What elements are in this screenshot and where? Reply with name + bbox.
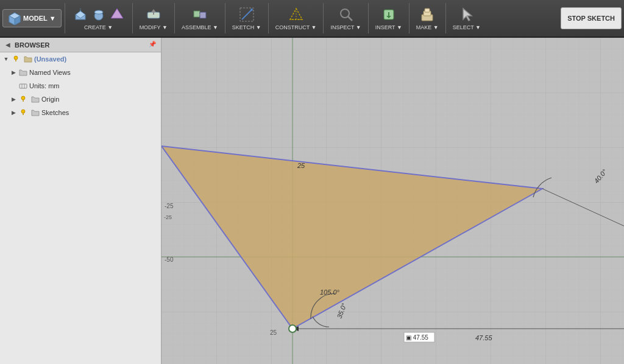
- folder-icon-root: [23, 54, 33, 64]
- separator-8: [409, 3, 410, 33]
- tree-expand-root[interactable]: ▼: [2, 55, 10, 63]
- separator-7: [368, 3, 369, 33]
- browser-panel: ▼ (Unsaved) ▶ Named Views ▶: [0, 52, 161, 364]
- svg-line-23: [348, 16, 352, 21]
- svg-marker-30: [463, 9, 472, 21]
- ruler-label-neg25: -25: [164, 214, 172, 220]
- stop-sketch-label: STOP SKETCH: [567, 15, 615, 22]
- svg-text:40.0°: 40.0°: [592, 167, 608, 184]
- tree-item-sketches[interactable]: ▶ Sketches: [0, 106, 161, 119]
- svg-rect-41: [161, 38, 624, 364]
- tree-item-origin[interactable]: ▶ Origin: [0, 93, 161, 106]
- make-menu[interactable]: MAKE ▼: [413, 1, 442, 36]
- svg-text:47.55: 47.55: [475, 334, 492, 341]
- visibility-icon-origin[interactable]: [18, 94, 28, 104]
- sketch-menu[interactable]: SKETCH ▼: [229, 1, 265, 36]
- assemble-label: ASSEMBLE ▼: [182, 24, 218, 30]
- svg-text:-25: -25: [165, 203, 174, 209]
- tree-label-root: (Unsaved): [34, 55, 66, 63]
- tree-expand-named-views[interactable]: ▶: [10, 69, 17, 76]
- svg-text:-50: -50: [165, 256, 174, 263]
- svg-marker-48: [292, 326, 299, 331]
- svg-rect-59: [404, 332, 434, 342]
- svg-point-22: [341, 9, 349, 18]
- sketch-label: SKETCH ▼: [232, 24, 261, 30]
- construct-menu[interactable]: CONSTRUCT ▼: [272, 1, 321, 36]
- units-icon: [18, 81, 28, 91]
- svg-point-38: [21, 110, 25, 113]
- svg-line-45: [542, 189, 624, 257]
- svg-text:35.0°: 35.0°: [336, 302, 348, 320]
- visibility-icon-root[interactable]: [11, 54, 21, 64]
- svg-rect-33: [20, 84, 27, 88]
- svg-point-8: [94, 10, 103, 14]
- folder-icon-sketches: [30, 108, 40, 117]
- create-label: CREATE ▼: [84, 24, 113, 30]
- svg-text:25: 25: [270, 329, 277, 336]
- svg-point-50: [289, 325, 296, 332]
- make-label: MAKE ▼: [416, 24, 439, 30]
- create-menu[interactable]: CREATE ▼: [68, 1, 129, 36]
- insert-label: INSERT ▼: [375, 24, 402, 30]
- inspect-label: INSPECT ▼: [330, 24, 361, 30]
- visibility-icon-sketches[interactable]: [18, 108, 28, 117]
- svg-line-17: [242, 10, 252, 19]
- browser-pin-icon[interactable]: 📌: [149, 41, 157, 49]
- svg-marker-44: [161, 146, 542, 329]
- tree-label-named-views: Named Views: [29, 69, 71, 76]
- separator-2: [132, 3, 133, 33]
- separator-3: [174, 3, 175, 33]
- svg-text:▣ 47.55: ▣ 47.55: [406, 334, 428, 341]
- model-menu-button[interactable]: MODEL ▼: [2, 9, 62, 27]
- inspect-menu[interactable]: INSPECT ▼: [327, 1, 364, 36]
- svg-marker-9: [111, 9, 123, 18]
- modify-label: MODIFY ▼: [140, 24, 168, 30]
- svg-point-18: [250, 9, 253, 11]
- svg-point-31: [14, 56, 18, 60]
- tree-label-origin: Origin: [41, 96, 59, 103]
- svg-rect-14: [200, 12, 206, 18]
- browser-title-label: BROWSER: [15, 41, 146, 49]
- sketch-svg: -50 -25 25 40.0° 105.0° 35.0° 47.55 25 ▣…: [161, 38, 624, 364]
- separator-6: [323, 3, 324, 33]
- select-menu[interactable]: SELECT ▼: [449, 1, 484, 36]
- tree-item-root[interactable]: ▼ (Unsaved): [0, 52, 161, 66]
- separator-4: [225, 3, 225, 33]
- svg-rect-13: [194, 11, 200, 17]
- browser-header: ◀ BROWSER 📌: [0, 38, 161, 52]
- svg-point-36: [21, 96, 25, 100]
- separator-1: [65, 3, 65, 33]
- main-toolbar: MODEL ▼ CREATE ▼: [0, 0, 624, 38]
- tree-item-units[interactable]: ▶ Units: mm: [0, 79, 161, 93]
- svg-text:25: 25: [297, 162, 305, 169]
- model-chevron: ▼: [49, 15, 56, 22]
- tree-item-named-views[interactable]: ▶ Named Views: [0, 66, 161, 79]
- tree-label-sketches: Sketches: [41, 109, 69, 116]
- construct-label: CONSTRUCT ▼: [275, 24, 317, 30]
- modify-menu[interactable]: MODIFY ▼: [136, 1, 171, 36]
- separator-9: [445, 3, 446, 33]
- assemble-menu[interactable]: ASSEMBLE ▼: [178, 1, 222, 36]
- insert-menu[interactable]: INSERT ▼: [372, 1, 406, 36]
- folder-icon-named-views: [18, 68, 28, 77]
- folder-icon-origin: [30, 94, 40, 104]
- tree-expand-sketches[interactable]: ▶: [10, 109, 17, 116]
- canvas-area[interactable]: -50 -25 25 40.0° 105.0° 35.0° 47.55 25 ▣…: [161, 38, 624, 364]
- tree-expand-origin[interactable]: ▶: [10, 96, 17, 103]
- svg-rect-29: [425, 9, 430, 12]
- tree-label-units: Units: mm: [29, 82, 60, 89]
- svg-text:105.0°: 105.0°: [320, 289, 340, 296]
- svg-marker-12: [151, 9, 156, 12]
- separator-5: [268, 3, 269, 33]
- model-label: MODEL: [23, 15, 48, 22]
- stop-sketch-button[interactable]: STOP SKETCH: [561, 7, 622, 29]
- browser-back-arrow[interactable]: ◀: [4, 41, 12, 49]
- select-label: SELECT ▼: [453, 24, 481, 30]
